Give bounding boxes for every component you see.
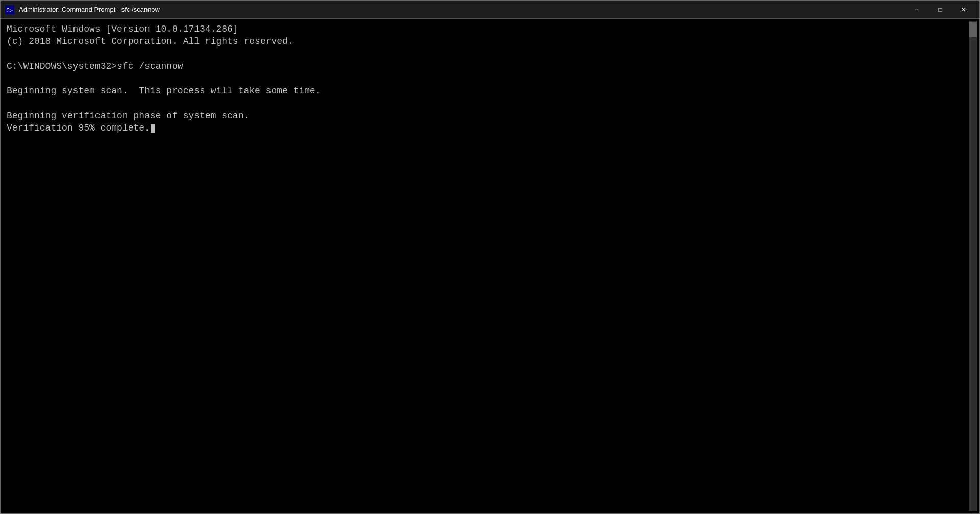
cmd-icon: C> [5,5,15,15]
title-bar: C> Administrator: Command Prompt - sfc /… [1,1,979,19]
maximize-button[interactable]: □ [928,1,952,19]
scrollbar[interactable] [969,21,977,511]
title-bar-text: Administrator: Command Prompt - sfc /sca… [19,6,905,13]
window-controls: − □ ✕ [905,1,975,18]
terminal-content: Microsoft Windows [Version 10.0.17134.28… [3,21,969,511]
terminal-body[interactable]: Microsoft Windows [Version 10.0.17134.28… [1,19,979,513]
scrollbar-thumb[interactable] [969,22,977,37]
close-button[interactable]: ✕ [952,1,975,19]
command-prompt-window: C> Administrator: Command Prompt - sfc /… [0,0,980,514]
svg-text:C>: C> [6,7,13,14]
minimize-button[interactable]: − [905,1,928,19]
cursor [151,124,155,133]
terminal-output: Microsoft Windows [Version 10.0.17134.28… [3,21,969,137]
